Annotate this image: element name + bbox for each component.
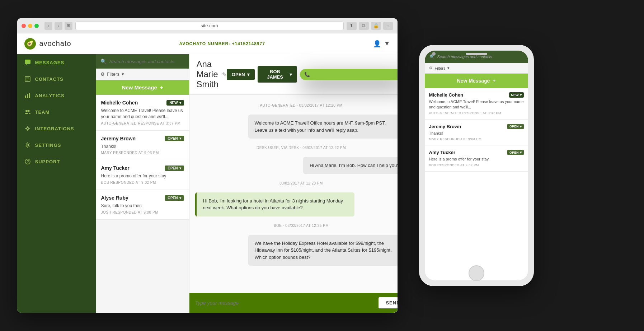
- contact-preview: Welcome to ACME Travel! Please leave us …: [101, 108, 184, 120]
- contact-header: Alyse Ruby OPEN ▾: [101, 195, 184, 201]
- sidebar-item-team-label: TEAM: [35, 109, 50, 115]
- contact-item-michelle-cohen[interactable]: Michelle Cohen NEW ▾ Welcome to ACME Tra…: [96, 95, 189, 131]
- avochato-number: AVOCHATO NUMBER: +14152148977: [179, 41, 265, 46]
- logo-icon: 🥑: [24, 38, 36, 50]
- contact-preview: Sure, talk to you then: [101, 203, 184, 209]
- svg-point-16: [27, 144, 28, 146]
- scene: ‹ › ⊞ site.com ⬆ ⧉ 🔒 ＋ 🥑 avochato AVOCHA…: [17, 18, 627, 313]
- sidebar-item-support-label: SUPPORT: [35, 159, 60, 164]
- sidebar-item-support[interactable]: ? SUPPORT: [17, 153, 96, 170]
- new-tab-button[interactable]: ＋: [383, 22, 393, 30]
- sidebar-item-messages[interactable]: MESSAGES: [17, 54, 96, 71]
- filter-bar[interactable]: ⚙ Filters ▾: [96, 69, 189, 80]
- minimize-button[interactable]: [28, 24, 32, 28]
- phone-contact-header: Michelle Cohen NEW ▾: [429, 92, 524, 98]
- message-list-panel: 🔍 ⚙ Filters ▾ New Message + Michel: [96, 54, 189, 313]
- browser-actions: ⬆ ⧉ 🔒 ＋: [347, 22, 393, 30]
- tab-view-button[interactable]: ⊞: [65, 22, 72, 30]
- sidebar-item-integrations[interactable]: INTEGRATIONS: [17, 120, 96, 137]
- logo-text: avochato: [39, 39, 71, 48]
- agent-label: BOB JAMES: [263, 69, 288, 80]
- status-badge-open[interactable]: OPEN ▾: [165, 195, 184, 201]
- phone-contact-header: Amy Tucker OPEN ▾: [429, 150, 524, 155]
- status-badge-open[interactable]: OPEN ▾: [165, 136, 184, 141]
- back-button[interactable]: ‹: [44, 22, 52, 30]
- contact-time: AUTO-GENERATED RESPONSE AT 3:37 PM: [101, 121, 184, 125]
- phone-home-button[interactable]: [469, 265, 484, 281]
- address-bar[interactable]: site.com: [75, 21, 344, 30]
- open-status-button[interactable]: OPEN ▾: [227, 69, 255, 80]
- chat-actions: OPEN ▾ BOB JAMES ▾ 📞: [227, 66, 398, 83]
- phone-contact-item-jeremy[interactable]: Jeremy Brown OPEN ▾ Thanks! MARY RESPOND…: [425, 120, 528, 145]
- status-label: NEW: [169, 101, 178, 105]
- phone-icon: 📞: [304, 72, 310, 77]
- contact-header: Jeremy Brown OPEN ▾: [101, 136, 184, 141]
- extensions-button[interactable]: 🔒: [371, 22, 381, 30]
- svg-text:?: ?: [27, 160, 29, 164]
- svg-rect-8: [29, 93, 30, 98]
- messages-icon: [24, 59, 31, 66]
- phone-speaker: [466, 53, 487, 55]
- message-input[interactable]: [195, 300, 375, 306]
- phone: 🔍 Search messages and contacts ⚙ Filters…: [419, 45, 534, 286]
- phone-contact-preview: Here is a promo offer for your stay: [429, 157, 524, 162]
- chat-panel: Ana Marie Smith ✎ OPEN ▾ BOB JAMES ▾: [189, 54, 398, 313]
- search-input[interactable]: [109, 59, 185, 64]
- chat-header: Ana Marie Smith ✎ OPEN ▾ BOB JAMES ▾: [189, 54, 398, 95]
- contact-time: BOB RESPONDED AT 9:02 PM: [101, 181, 184, 185]
- phone-status-label: OPEN: [509, 151, 519, 154]
- phone-status-label: OPEN: [509, 125, 519, 128]
- agent-button[interactable]: BOB JAMES ▾: [258, 66, 297, 83]
- maximize-button[interactable]: [34, 24, 39, 28]
- phone-status-dropdown-icon: ▾: [520, 150, 522, 154]
- phone-screen: 🔍 Search messages and contacts ⚙ Filters…: [425, 51, 528, 280]
- phone-filter-bar[interactable]: ⚙ Filters ▾: [425, 63, 528, 74]
- user-menu[interactable]: 👤 ▼: [373, 40, 390, 48]
- agent-dropdown-icon: ▾: [290, 72, 292, 77]
- svg-rect-0: [25, 60, 30, 64]
- close-button[interactable]: [22, 24, 26, 28]
- status-badge-open[interactable]: OPEN ▾: [165, 166, 184, 171]
- duplicate-button[interactable]: ⧉: [359, 22, 369, 30]
- user-menu-arrow: ▼: [384, 40, 390, 47]
- settings-icon: [24, 142, 31, 148]
- phone-new-message-button[interactable]: New Message +: [425, 74, 528, 88]
- send-button[interactable]: SEND: [379, 297, 397, 308]
- phone-status-badge-open[interactable]: OPEN ▾: [507, 150, 524, 155]
- contact-item-amy-tucker[interactable]: Amy Tucker OPEN ▾ Here is a promo offer …: [96, 160, 189, 190]
- phone-status-badge-new[interactable]: NEW ▾: [509, 92, 524, 98]
- phone-contact-header: Jeremy Brown OPEN ▾: [429, 124, 524, 129]
- phone-status-badge-open[interactable]: OPEN ▾: [507, 124, 524, 129]
- phone-contact-item-michelle[interactable]: Michelle Cohen NEW ▾ Welcome to ACME Tra…: [425, 88, 528, 120]
- svg-rect-7: [27, 94, 28, 98]
- app-layout: MESSAGES CONTACTS: [17, 54, 398, 313]
- search-bar: 🔍: [96, 54, 189, 69]
- forward-button[interactable]: ›: [55, 22, 62, 30]
- search-icon: 🔍: [100, 59, 107, 64]
- contact-item-alyse-ruby[interactable]: Alyse Ruby OPEN ▾ Sure, talk to you then…: [96, 190, 189, 220]
- phone-camera: [432, 52, 436, 56]
- sidebar-item-settings-label: SETTINGS: [35, 143, 61, 148]
- logo: 🥑 avochato: [24, 38, 71, 50]
- filter-icon: ⚙: [100, 71, 105, 77]
- message-bubble-1: Hi Ana Marie, I'm Bob. How can I help yo…: [303, 157, 397, 174]
- phone-contact-item-amy[interactable]: Amy Tucker OPEN ▾ Here is a promo offer …: [425, 145, 528, 171]
- message-meta-1: DESK USER, VIA DESK · 03/02/2017 AT 12:2…: [195, 146, 398, 150]
- sidebar-item-analytics[interactable]: ANALYTICS: [17, 87, 96, 104]
- phone-filter-label: Filters: [435, 66, 446, 70]
- edit-contact-icon[interactable]: ✎: [222, 71, 227, 78]
- contact-item-jeremy-brown[interactable]: Jeremy Brown OPEN ▾ Thanks! MARY RESPOND…: [96, 131, 189, 160]
- sidebar-item-settings[interactable]: SETTINGS: [17, 137, 96, 153]
- chat-name-text: Ana Marie Smith: [197, 59, 218, 89]
- team-icon: [24, 109, 31, 115]
- sidebar-item-messages-label: MESSAGES: [35, 60, 65, 65]
- sidebar-item-team[interactable]: TEAM: [17, 104, 96, 120]
- status-badge-new[interactable]: NEW ▾: [166, 100, 184, 106]
- phone-contact-preview: Thanks!: [429, 131, 524, 136]
- phone-contact-name: Michelle Cohen: [429, 92, 463, 98]
- new-message-button[interactable]: New Message +: [96, 80, 189, 95]
- phone-button[interactable]: 📞: [300, 69, 397, 80]
- svg-point-9: [25, 110, 28, 112]
- share-button[interactable]: ⬆: [347, 22, 357, 30]
- sidebar-item-contacts[interactable]: CONTACTS: [17, 71, 96, 87]
